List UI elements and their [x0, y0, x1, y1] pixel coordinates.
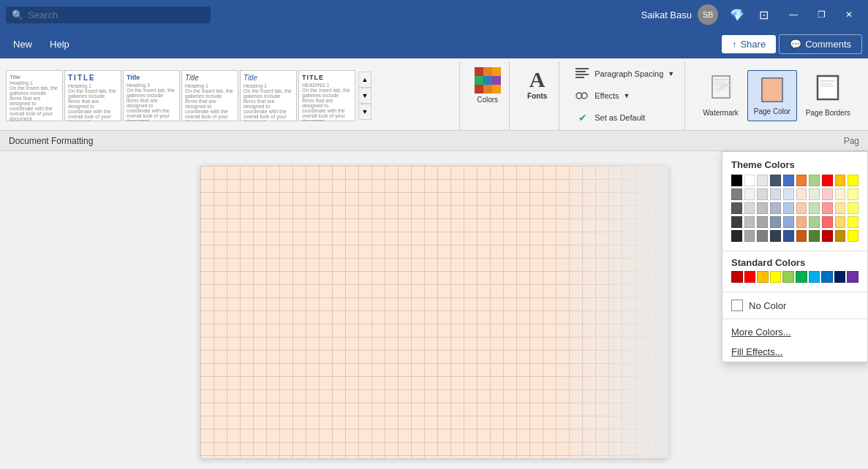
color-cornflower[interactable]: [783, 216, 794, 228]
menu-item-help[interactable]: Help: [42, 34, 77, 54]
paragraph-spacing-label: Paragraph Spacing: [595, 69, 663, 78]
doc-format-bar: Document Formatting Pag: [0, 131, 868, 151]
color-yellow[interactable]: [848, 175, 858, 186]
color-darkgold[interactable]: [835, 230, 846, 242]
color-darkred[interactable]: [822, 230, 833, 242]
color-lightred[interactable]: [822, 188, 833, 200]
effects-button[interactable]: Effects ▼: [571, 86, 679, 105]
color-lightorange[interactable]: [796, 188, 807, 200]
user-name: Saikat Basu: [641, 9, 692, 20]
color-bluegray[interactable]: [770, 202, 781, 214]
color-navyslate[interactable]: [770, 230, 781, 242]
colors-button[interactable]: Colors: [472, 64, 504, 107]
color-darkgreen[interactable]: [809, 230, 820, 242]
color-gold[interactable]: [835, 216, 846, 228]
std-yellow[interactable]: [770, 271, 782, 283]
color-lightgray2[interactable]: [757, 188, 768, 200]
page-borders-button[interactable]: Page Borders: [800, 70, 856, 121]
gallery-scroll-more[interactable]: ▼: [358, 104, 371, 120]
restore-window-icon[interactable]: ⊡: [756, 5, 771, 25]
color-charcoal[interactable]: [731, 216, 742, 228]
color-lightgray[interactable]: [757, 175, 768, 186]
theme-color-row-1: [731, 175, 858, 186]
fill-effects-option[interactable]: Fill Effects...: [722, 342, 867, 362]
std-green[interactable]: [796, 271, 807, 283]
more-colors-option[interactable]: More Colors...: [722, 322, 867, 342]
std-red[interactable]: [744, 271, 756, 283]
color-lightblue[interactable]: [783, 188, 794, 200]
search-input[interactable]: [6, 7, 211, 23]
color-paleyellow[interactable]: [835, 202, 846, 214]
color-lightblue-gray[interactable]: [770, 188, 781, 200]
color-lightyellow[interactable]: [835, 188, 846, 200]
std-blue[interactable]: [821, 271, 833, 283]
comments-button[interactable]: 💬 Comments: [779, 34, 862, 54]
color-verylightgray[interactable]: [744, 188, 755, 200]
diamond-icon[interactable]: 💎: [727, 5, 747, 25]
color-salmon[interactable]: [796, 216, 807, 228]
std-purple[interactable]: [847, 271, 858, 283]
color-midgray[interactable]: [744, 230, 755, 242]
share-label: Share: [740, 39, 766, 50]
share-button[interactable]: ↑ Share: [722, 35, 776, 53]
color-black[interactable]: [731, 175, 742, 186]
color-sage[interactable]: [809, 216, 820, 228]
color-green[interactable]: [809, 175, 820, 186]
menu-item-new[interactable]: New: [6, 34, 39, 54]
color-white[interactable]: [744, 175, 755, 186]
color-paleblue[interactable]: [783, 202, 794, 214]
style-title2[interactable]: Title Heading 1On the Insert tab, the ga…: [240, 70, 297, 121]
fonts-label: Fonts: [527, 92, 547, 100]
color-palered[interactable]: [822, 202, 833, 214]
paragraph-spacing-icon: [575, 66, 590, 81]
gallery-scroll-up[interactable]: ▲: [358, 72, 371, 88]
color-lightgray3[interactable]: [744, 202, 755, 214]
gallery-scroll-down[interactable]: ▼: [358, 88, 371, 104]
color-silver[interactable]: [744, 216, 755, 228]
std-darkred[interactable]: [731, 271, 743, 283]
color-steelblue[interactable]: [770, 216, 781, 228]
color-puryellow2[interactable]: [848, 230, 858, 242]
style-label-title2: Title: [244, 74, 257, 82]
style-heading2[interactable]: Title Heading 1On the Insert tab, the ga…: [181, 70, 238, 121]
color-navy[interactable]: [783, 230, 794, 242]
page-color-button[interactable]: Page Color: [747, 70, 797, 121]
std-orange[interactable]: [757, 271, 769, 283]
style-title[interactable]: TITLE Heading 1On the Insert tab, the ga…: [64, 70, 121, 121]
color-gray2[interactable]: [757, 230, 768, 242]
style-title-caps[interactable]: TITLE HEADING 1On the Insert tab, the ga…: [298, 70, 355, 121]
color-darkgray[interactable]: [731, 202, 742, 214]
color-amber[interactable]: [835, 175, 846, 186]
color-palegreen[interactable]: [809, 202, 820, 214]
fonts-button[interactable]: A Fonts: [524, 64, 550, 103]
color-peach[interactable]: [796, 202, 807, 214]
effects-chevron: ▼: [624, 92, 630, 99]
style-heading1[interactable]: Title Heading 3On the Insert tab, the ga…: [123, 70, 180, 121]
color-lightgreen[interactable]: [809, 188, 820, 200]
color-lightyellow2[interactable]: [848, 188, 858, 200]
color-medgray[interactable]: [757, 202, 768, 214]
std-lightgreen[interactable]: [782, 271, 794, 283]
style-normal[interactable]: Title Heading 1On the Insert tab, the ga…: [6, 70, 63, 121]
std-cyan[interactable]: [809, 271, 820, 283]
color-blue[interactable]: [783, 175, 794, 186]
color-brightyellow[interactable]: [848, 202, 858, 214]
close-button[interactable]: ✕: [836, 4, 862, 26]
watermark-button[interactable]: DRAFT Watermark: [697, 70, 744, 121]
color-darkblue[interactable]: [770, 175, 781, 186]
set-default-button[interactable]: ✔ Set as Default: [571, 108, 679, 127]
color-coral[interactable]: [822, 216, 833, 228]
color-red[interactable]: [822, 175, 833, 186]
color-gray[interactable]: [731, 188, 742, 200]
no-color-option[interactable]: No Color: [722, 295, 867, 316]
color-puryellow[interactable]: [848, 216, 858, 228]
color-orange[interactable]: [796, 175, 807, 186]
paragraph-spacing-button[interactable]: Paragraph Spacing ▼: [571, 64, 679, 83]
restore-button[interactable]: ❐: [808, 4, 834, 26]
minimize-button[interactable]: —: [780, 4, 807, 26]
theme-color-row-2: [731, 188, 858, 200]
color-medsilver[interactable]: [757, 216, 768, 228]
color-darkorange[interactable]: [796, 230, 807, 242]
std-darkblue[interactable]: [834, 271, 846, 283]
color-nearblack[interactable]: [731, 230, 742, 242]
